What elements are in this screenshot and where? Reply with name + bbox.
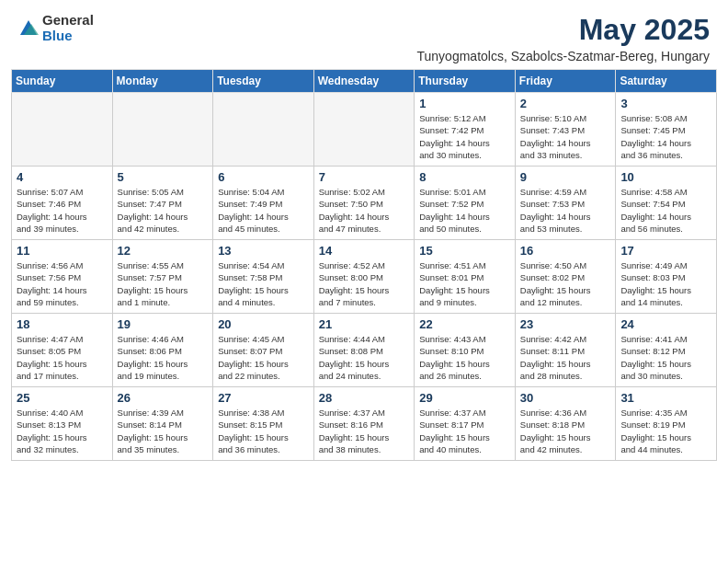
calendar-cell: 31Sunrise: 4:35 AM Sunset: 8:19 PM Dayli… bbox=[616, 387, 717, 461]
calendar-cell: 23Sunrise: 4:42 AM Sunset: 8:11 PM Dayli… bbox=[515, 314, 616, 387]
column-header-saturday: Saturday bbox=[616, 70, 717, 93]
column-header-thursday: Thursday bbox=[415, 70, 516, 93]
day-info: Sunrise: 5:12 AM Sunset: 7:42 PM Dayligh… bbox=[419, 112, 510, 161]
logo: General Blue bbox=[18, 13, 94, 43]
day-info: Sunrise: 4:39 AM Sunset: 8:14 PM Dayligh… bbox=[118, 407, 209, 455]
calendar-cell: 2Sunrise: 5:10 AM Sunset: 7:43 PM Daylig… bbox=[515, 93, 616, 167]
page-header: General Blue May 2025 Tunyogmatolcs, Sza… bbox=[0, 0, 728, 69]
calendar-cell: 29Sunrise: 4:37 AM Sunset: 8:17 PM Dayli… bbox=[415, 387, 516, 461]
day-info: Sunrise: 4:43 AM Sunset: 8:10 PM Dayligh… bbox=[419, 333, 510, 382]
calendar-cell bbox=[313, 93, 415, 167]
column-header-sunday: Sunday bbox=[12, 70, 113, 93]
day-number: 18 bbox=[17, 317, 108, 331]
day-number: 21 bbox=[319, 317, 410, 331]
day-number: 25 bbox=[17, 391, 108, 405]
logo-general-text: General bbox=[42, 13, 94, 29]
day-info: Sunrise: 4:54 AM Sunset: 7:58 PM Dayligh… bbox=[218, 259, 309, 308]
calendar-week-1: 1Sunrise: 5:12 AM Sunset: 7:42 PM Daylig… bbox=[12, 93, 717, 167]
day-number: 27 bbox=[218, 391, 309, 405]
calendar-cell: 30Sunrise: 4:36 AM Sunset: 8:18 PM Dayli… bbox=[515, 387, 616, 461]
calendar-cell: 5Sunrise: 5:05 AM Sunset: 7:47 PM Daylig… bbox=[112, 167, 213, 240]
day-number: 16 bbox=[520, 244, 611, 258]
day-number: 5 bbox=[118, 170, 209, 184]
day-info: Sunrise: 4:46 AM Sunset: 8:06 PM Dayligh… bbox=[118, 333, 209, 382]
calendar-cell bbox=[12, 93, 113, 167]
calendar-cell: 28Sunrise: 4:37 AM Sunset: 8:16 PM Dayli… bbox=[313, 387, 415, 461]
logo-icon bbox=[18, 18, 39, 39]
day-number: 11 bbox=[17, 244, 108, 258]
calendar-cell bbox=[213, 93, 314, 167]
day-number: 14 bbox=[319, 244, 410, 258]
day-number: 9 bbox=[520, 170, 611, 184]
day-number: 30 bbox=[520, 391, 611, 405]
day-info: Sunrise: 4:50 AM Sunset: 8:02 PM Dayligh… bbox=[520, 259, 611, 308]
day-info: Sunrise: 5:04 AM Sunset: 7:49 PM Dayligh… bbox=[218, 186, 309, 235]
calendar-cell: 19Sunrise: 4:46 AM Sunset: 8:06 PM Dayli… bbox=[112, 314, 213, 387]
calendar-cell: 18Sunrise: 4:47 AM Sunset: 8:05 PM Dayli… bbox=[12, 314, 113, 387]
day-info: Sunrise: 5:07 AM Sunset: 7:46 PM Dayligh… bbox=[17, 186, 108, 235]
day-info: Sunrise: 4:44 AM Sunset: 8:08 PM Dayligh… bbox=[319, 333, 410, 382]
day-info: Sunrise: 4:59 AM Sunset: 7:53 PM Dayligh… bbox=[520, 186, 611, 235]
calendar-cell: 3Sunrise: 5:08 AM Sunset: 7:45 PM Daylig… bbox=[616, 93, 717, 167]
calendar-cell: 20Sunrise: 4:45 AM Sunset: 8:07 PM Dayli… bbox=[213, 314, 314, 387]
calendar-table: SundayMondayTuesdayWednesdayThursdayFrid… bbox=[11, 69, 717, 461]
day-info: Sunrise: 4:37 AM Sunset: 8:17 PM Dayligh… bbox=[419, 407, 510, 455]
day-number: 22 bbox=[419, 317, 510, 331]
calendar-cell: 13Sunrise: 4:54 AM Sunset: 7:58 PM Dayli… bbox=[213, 240, 314, 314]
day-info: Sunrise: 4:47 AM Sunset: 8:05 PM Dayligh… bbox=[17, 333, 108, 382]
day-info: Sunrise: 4:49 AM Sunset: 8:03 PM Dayligh… bbox=[620, 259, 711, 308]
day-info: Sunrise: 4:56 AM Sunset: 7:56 PM Dayligh… bbox=[17, 259, 108, 308]
calendar-cell: 6Sunrise: 5:04 AM Sunset: 7:49 PM Daylig… bbox=[213, 167, 314, 240]
calendar-week-4: 18Sunrise: 4:47 AM Sunset: 8:05 PM Dayli… bbox=[12, 314, 717, 387]
day-number: 8 bbox=[419, 170, 510, 184]
day-info: Sunrise: 4:36 AM Sunset: 8:18 PM Dayligh… bbox=[520, 407, 611, 455]
calendar-cell: 11Sunrise: 4:56 AM Sunset: 7:56 PM Dayli… bbox=[12, 240, 113, 314]
column-header-tuesday: Tuesday bbox=[213, 70, 314, 93]
day-info: Sunrise: 5:02 AM Sunset: 7:50 PM Dayligh… bbox=[319, 186, 410, 235]
calendar-header-row: SundayMondayTuesdayWednesdayThursdayFrid… bbox=[12, 70, 717, 93]
day-number: 12 bbox=[118, 244, 209, 258]
calendar-cell: 14Sunrise: 4:52 AM Sunset: 8:00 PM Dayli… bbox=[313, 240, 415, 314]
calendar-cell: 25Sunrise: 4:40 AM Sunset: 8:13 PM Dayli… bbox=[12, 387, 113, 461]
column-header-monday: Monday bbox=[112, 70, 213, 93]
calendar-cell: 12Sunrise: 4:55 AM Sunset: 7:57 PM Dayli… bbox=[112, 240, 213, 314]
day-number: 10 bbox=[620, 170, 711, 184]
calendar-cell: 16Sunrise: 4:50 AM Sunset: 8:02 PM Dayli… bbox=[515, 240, 616, 314]
calendar-cell: 24Sunrise: 4:41 AM Sunset: 8:12 PM Dayli… bbox=[616, 314, 717, 387]
day-info: Sunrise: 5:01 AM Sunset: 7:52 PM Dayligh… bbox=[419, 186, 510, 235]
day-info: Sunrise: 4:42 AM Sunset: 8:11 PM Dayligh… bbox=[520, 333, 611, 382]
calendar-cell: 15Sunrise: 4:51 AM Sunset: 8:01 PM Dayli… bbox=[415, 240, 516, 314]
day-number: 7 bbox=[319, 170, 410, 184]
day-info: Sunrise: 5:05 AM Sunset: 7:47 PM Dayligh… bbox=[118, 186, 209, 235]
calendar-cell: 7Sunrise: 5:02 AM Sunset: 7:50 PM Daylig… bbox=[313, 167, 415, 240]
calendar-cell: 8Sunrise: 5:01 AM Sunset: 7:52 PM Daylig… bbox=[415, 167, 516, 240]
calendar-cell: 1Sunrise: 5:12 AM Sunset: 7:42 PM Daylig… bbox=[415, 93, 516, 167]
calendar-cell: 22Sunrise: 4:43 AM Sunset: 8:10 PM Dayli… bbox=[415, 314, 516, 387]
column-header-friday: Friday bbox=[515, 70, 616, 93]
day-number: 2 bbox=[520, 97, 611, 110]
calendar-cell: 4Sunrise: 5:07 AM Sunset: 7:46 PM Daylig… bbox=[12, 167, 113, 240]
day-number: 26 bbox=[118, 391, 209, 405]
calendar-body: 1Sunrise: 5:12 AM Sunset: 7:42 PM Daylig… bbox=[12, 93, 717, 461]
day-number: 28 bbox=[319, 391, 410, 405]
day-info: Sunrise: 5:08 AM Sunset: 7:45 PM Dayligh… bbox=[620, 112, 711, 161]
day-info: Sunrise: 5:10 AM Sunset: 7:43 PM Dayligh… bbox=[520, 112, 611, 161]
day-number: 1 bbox=[419, 97, 510, 110]
day-number: 4 bbox=[17, 170, 108, 184]
day-number: 19 bbox=[118, 317, 209, 331]
day-info: Sunrise: 4:35 AM Sunset: 8:19 PM Dayligh… bbox=[620, 407, 711, 455]
calendar-cell: 17Sunrise: 4:49 AM Sunset: 8:03 PM Dayli… bbox=[616, 240, 717, 314]
calendar-wrapper: SundayMondayTuesdayWednesdayThursdayFrid… bbox=[0, 69, 728, 472]
title-block: May 2025 Tunyogmatolcs, Szabolcs-Szatmar… bbox=[417, 13, 711, 63]
day-number: 24 bbox=[620, 317, 711, 331]
calendar-cell: 26Sunrise: 4:39 AM Sunset: 8:14 PM Dayli… bbox=[112, 387, 213, 461]
calendar-cell: 27Sunrise: 4:38 AM Sunset: 8:15 PM Dayli… bbox=[213, 387, 314, 461]
day-info: Sunrise: 4:38 AM Sunset: 8:15 PM Dayligh… bbox=[218, 407, 309, 455]
day-number: 17 bbox=[620, 244, 711, 258]
day-number: 20 bbox=[218, 317, 309, 331]
calendar-week-5: 25Sunrise: 4:40 AM Sunset: 8:13 PM Dayli… bbox=[12, 387, 717, 461]
calendar-cell: 21Sunrise: 4:44 AM Sunset: 8:08 PM Dayli… bbox=[313, 314, 415, 387]
day-number: 6 bbox=[218, 170, 309, 184]
day-info: Sunrise: 4:58 AM Sunset: 7:54 PM Dayligh… bbox=[620, 186, 711, 235]
day-info: Sunrise: 4:37 AM Sunset: 8:16 PM Dayligh… bbox=[319, 407, 410, 455]
